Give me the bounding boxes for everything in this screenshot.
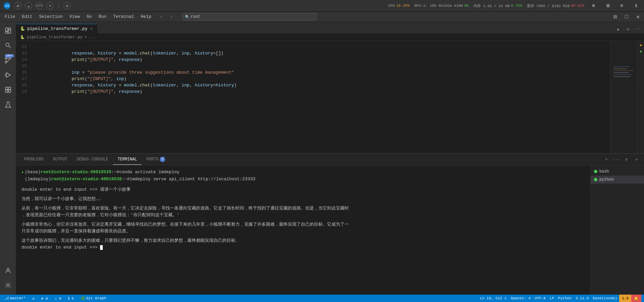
gutter-icon-1[interactable]: ▲ (638, 42, 644, 48)
status-warnings[interactable]: ⚠ 0 (53, 295, 63, 302)
minimap (610, 41, 637, 153)
terminal-panel: PROBLEMS OUTPUT DEBUG CONSOLE TERMINAL P… (16, 153, 644, 295)
activity-extensions[interactable] (1, 83, 15, 97)
code-btn[interactable]: </> (36, 2, 43, 9)
env-label: base(conda) (593, 296, 617, 300)
titlebar: VS ↺ ☁ </> ✎ ⊙ CPU 18.25% GPU-1: 10% Nvi… (0, 0, 644, 12)
terminal-line-1: ● (base) root@intern-studio-40018530 :~#… (21, 169, 585, 176)
status-language[interactable]: Python (556, 295, 573, 302)
menu-go[interactable]: Go (83, 13, 95, 21)
menu-view[interactable]: View (66, 13, 83, 21)
terminal-cursor (100, 245, 103, 250)
activity-bottom (1, 264, 15, 292)
status-eol[interactable]: LF (548, 295, 556, 302)
tab-close-btn[interactable]: ✕ (89, 26, 93, 31)
nav-icon[interactable]: ⊙ (63, 2, 71, 9)
tab-output[interactable]: OUTPUT (48, 154, 72, 165)
menu-selection[interactable]: Selection (36, 13, 66, 21)
status-sync[interactable]: ↺ (30, 295, 37, 302)
branch-name: master* (10, 296, 26, 300)
panel-maximize-btn[interactable]: ∧ (623, 155, 631, 163)
editor-area: 🐍 pipeline_transformer.py ✕ ▶ ⊡ ··· 🐍 pi… (16, 22, 644, 295)
window-close[interactable]: ✕ (633, 12, 643, 22)
terminal-story-5: 这个故事告诉我们，无论遇到多大的困难，只要我们坚持不懈，努力追求自己的梦想，最终… (21, 237, 585, 244)
status-bell[interactable]: 🔔 (631, 295, 641, 302)
menu-file[interactable]: File (1, 13, 18, 21)
terminal-session-bash[interactable]: bash (591, 167, 644, 176)
status-version[interactable]: 3.11.5 (573, 295, 591, 302)
activity-git[interactable]: 10K+ (1, 53, 15, 67)
tab-problems[interactable]: PROBLEMS (19, 154, 48, 165)
menu-run[interactable]: Run (95, 13, 109, 21)
info-btn[interactable]: ℹ (631, 1, 641, 10)
terminal-session-python-icon (594, 178, 597, 181)
status-info[interactable]: ℹ 5 (66, 295, 76, 302)
activity-test[interactable] (1, 98, 15, 111)
tab-ports[interactable]: PORTS5 (142, 154, 170, 165)
menu-terminal[interactable]: Terminal (110, 13, 137, 21)
more-actions-btn[interactable]: ··· (633, 25, 641, 33)
tab-pipeline-transformer[interactable]: 🐍 pipeline_transformer.py ✕ (16, 24, 97, 33)
add-terminal-btn[interactable]: + (602, 155, 610, 163)
window-action-2[interactable]: □ (622, 12, 631, 22)
terminal-sidebar: bash python (590, 165, 644, 295)
run-btn[interactable]: ▶ (614, 25, 623, 33)
tab-debug-console[interactable]: DEBUG CONSOLE (72, 154, 113, 165)
terminal-session-python[interactable]: python (591, 176, 644, 184)
breadcrumb-more[interactable]: ... (89, 35, 96, 40)
split-btn[interactable]: ⊟ (617, 1, 627, 10)
layout-btn[interactable]: ⊞ (589, 1, 598, 10)
svg-rect-16 (8, 90, 11, 92)
search-input[interactable] (182, 13, 317, 21)
svg-rect-24 (613, 74, 632, 75)
breadcrumb-file[interactable]: pipeline_transformer.py (27, 35, 83, 40)
svg-rect-4 (8, 30, 11, 33)
activity-run[interactable] (1, 68, 15, 82)
panel-close-btn[interactable]: ✕ (633, 155, 641, 163)
terminal-output[interactable]: ● (base) root@intern-studio-40018530 :~#… (16, 165, 590, 295)
activity-settings[interactable] (1, 278, 15, 292)
status-notification[interactable]: 1.9 (619, 295, 631, 302)
status-encoding[interactable]: UTF-8 (533, 295, 548, 302)
tab-icon: 🐍 (20, 26, 25, 31)
menubar: File Edit Selection View Go Run Terminal… (0, 12, 644, 22)
terminal-more-btn[interactable]: ··· (612, 155, 620, 163)
svg-point-6 (6, 43, 9, 46)
code-content[interactable]: response, history = model.chat(tokenizer… (32, 41, 610, 153)
warnings-label: ⚠ 0 (55, 296, 61, 301)
gpu-stat: GPU-1: 10% Nvidia A100 0% (414, 4, 468, 8)
svg-marker-11 (6, 73, 10, 77)
nav-back[interactable]: ‹ (157, 13, 166, 21)
edit-btn[interactable]: ✎ (46, 2, 54, 9)
tab-bar: 🐍 pipeline_transformer.py ✕ ▶ ⊡ ··· (16, 22, 644, 34)
terminal-session-bash-label: bash (599, 169, 609, 174)
activity-explorer[interactable] (1, 24, 15, 37)
menu-help[interactable]: Help (137, 13, 154, 21)
status-git-graph[interactable]: 🌿 Git Graph (79, 295, 108, 302)
main-layout: 10K+ (0, 22, 644, 295)
status-env[interactable]: base(conda) (591, 295, 619, 302)
tab-terminal[interactable]: TERMINAL (113, 154, 142, 165)
cpu-stat: CPU 18.25% (388, 4, 409, 8)
split-editor-btn[interactable]: ⊡ (624, 25, 632, 33)
status-spaces[interactable]: Spaces: 4 (509, 295, 533, 302)
activity-search[interactable] (1, 39, 15, 52)
window-action-1[interactable]: ⊟ (610, 12, 620, 22)
git-icon: 🌿 (81, 296, 85, 301)
gutter-icon-2[interactable]: ▼ (638, 49, 644, 54)
status-errors[interactable]: ⊗ 0 (39, 295, 50, 302)
tab-label: pipeline_transformer.py (27, 26, 87, 31)
status-ln-col[interactable]: Ln 19, Col 1 (478, 295, 508, 302)
refresh-btn[interactable]: ↺ (14, 2, 21, 9)
menu-edit[interactable]: Edit (18, 13, 36, 21)
cloud-btn[interactable]: ☁ (25, 2, 32, 9)
svg-rect-5 (5, 32, 8, 33)
activity-account[interactable] (1, 264, 15, 277)
nav-forward[interactable]: › (168, 13, 176, 21)
svg-rect-3 (8, 28, 11, 30)
monitor-btn[interactable]: 🖥 (603, 1, 612, 10)
terminal-story-2: ，发现里面已经住着一只贪婪的老狐狸，它对小狐狸说：'你只配得到这个宝藏。' (21, 212, 585, 219)
svg-rect-15 (5, 90, 8, 92)
terminal-response-1: 当然，我可以讲一个小故事。让我想想…… (21, 196, 585, 202)
status-branch[interactable]: ⎇ master* (3, 295, 28, 302)
